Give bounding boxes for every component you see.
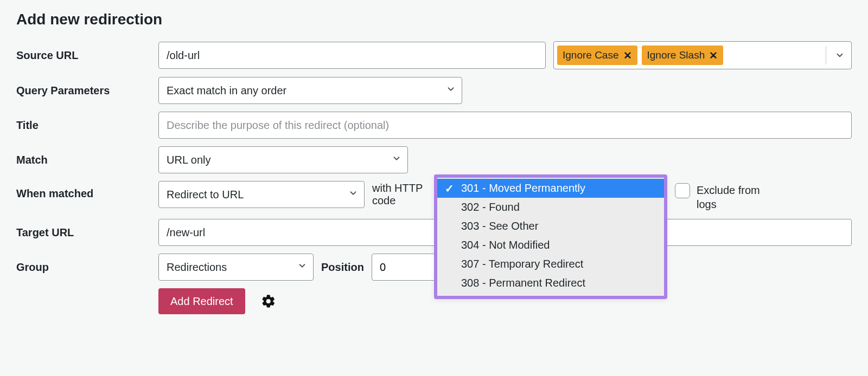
dropdown-item[interactable]: 308 - Permanent Redirect (437, 274, 664, 293)
label-group: Group (16, 261, 151, 274)
label-with-http-code: with HTTP code (372, 181, 426, 207)
close-icon[interactable]: ✕ (709, 49, 718, 62)
settings-button[interactable] (260, 293, 277, 309)
http-code-dropdown[interactable]: 301 - Moved Permanently 302 - Found 303 … (434, 174, 667, 299)
label-position: Position (321, 261, 364, 274)
label-query-parameters: Query Parameters (16, 85, 151, 97)
label-target-url: Target URL (16, 226, 151, 239)
row-match: Match URL only (16, 146, 852, 173)
select-value: Redirections (167, 261, 227, 274)
gear-icon (261, 294, 276, 309)
dropdown-item[interactable]: 303 - See Other (437, 217, 664, 236)
label-when-matched: When matched (16, 181, 151, 200)
match-select[interactable]: URL only (158, 146, 408, 173)
title-input[interactable] (158, 112, 852, 139)
tag-label: Ignore Slash (647, 49, 705, 61)
row-title: Title (16, 112, 852, 139)
row-when-matched: When matched Redirect to URL with HTTP c… (16, 181, 852, 211)
tag-ignore-case[interactable]: Ignore Case ✕ (557, 46, 637, 65)
when-matched-select[interactable]: Redirect to URL (158, 181, 365, 208)
row-source-url: Source URL Ignore Case ✕ Ignore Slash ✕ (16, 41, 852, 69)
dropdown-item[interactable]: 307 - Temporary Redirect (437, 255, 664, 274)
dropdown-item[interactable]: 302 - Found (437, 198, 664, 217)
tag-label: Ignore Case (563, 49, 619, 61)
tag-expand-button[interactable] (832, 50, 848, 60)
label-source-url: Source URL (16, 49, 151, 62)
select-value: URL only (167, 154, 211, 166)
group-select[interactable]: Redirections (158, 254, 314, 281)
source-url-input[interactable] (158, 42, 546, 69)
add-redirect-button[interactable]: Add Redirect (158, 288, 245, 314)
chevron-down-icon (835, 50, 845, 60)
dropdown-item[interactable]: 304 - Not Modified (437, 236, 664, 255)
close-icon[interactable]: ✕ (623, 49, 632, 62)
page-title: Add new redirection (16, 11, 852, 28)
select-value: Exact match in any order (167, 85, 286, 97)
label-exclude-from-logs: Exclude from logs (697, 183, 778, 211)
query-parameters-select[interactable]: Exact match in any order (158, 77, 462, 104)
dropdown-item[interactable]: 301 - Moved Permanently (437, 179, 664, 198)
label-title: Title (16, 119, 151, 132)
row-query-parameters: Query Parameters Exact match in any orde… (16, 77, 852, 104)
separator (826, 46, 826, 64)
label-match: Match (16, 154, 151, 166)
tag-ignore-slash[interactable]: Ignore Slash ✕ (642, 46, 724, 65)
exclude-from-logs-checkbox[interactable] (675, 183, 690, 198)
url-options-tagbox[interactable]: Ignore Case ✕ Ignore Slash ✕ (553, 41, 852, 69)
select-value: Redirect to URL (167, 189, 244, 201)
position-input[interactable] (372, 254, 437, 281)
